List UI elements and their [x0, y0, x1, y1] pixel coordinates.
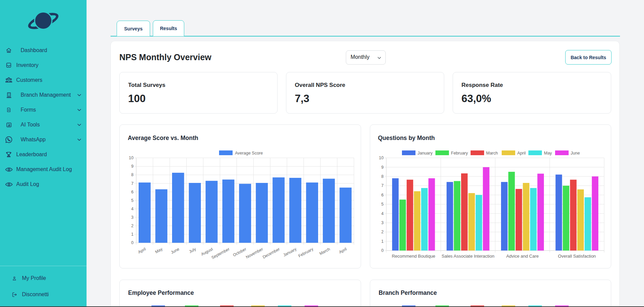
svg-text:February: February: [297, 246, 314, 258]
svg-text:Overall Satisfaction: Overall Satisfaction: [558, 254, 596, 259]
svg-text:6: 6: [381, 193, 384, 197]
svg-text:8: 8: [131, 172, 134, 177]
svg-text:March: March: [319, 246, 331, 256]
svg-text:Sales Associate Interaction: Sales Associate Interaction: [442, 254, 494, 259]
svg-text:8: 8: [381, 174, 384, 179]
svg-text:4: 4: [381, 211, 384, 216]
svg-text:0: 0: [131, 240, 134, 245]
svg-text:November: November: [245, 246, 264, 259]
svg-text:Questions by Month: Questions by Month: [378, 135, 435, 141]
svg-text:2: 2: [381, 230, 384, 234]
svg-text:6: 6: [131, 190, 134, 194]
svg-text:3: 3: [381, 220, 384, 225]
svg-text:0: 0: [381, 248, 384, 253]
svg-text:September: September: [211, 246, 230, 260]
svg-text:May: May: [544, 151, 552, 156]
svg-text:2: 2: [131, 223, 134, 228]
svg-text:February: February: [451, 151, 468, 156]
svg-text:March: March: [486, 151, 498, 156]
svg-text:5: 5: [131, 198, 134, 203]
svg-text:7: 7: [381, 183, 384, 188]
svg-text:January: January: [282, 246, 297, 257]
svg-text:January: January: [418, 151, 433, 156]
svg-text:April: April: [338, 246, 348, 255]
svg-text:May: May: [154, 246, 164, 254]
svg-text:Average Score: Average Score: [235, 151, 263, 156]
svg-text:3: 3: [131, 215, 134, 220]
svg-text:1: 1: [131, 232, 134, 237]
svg-text:July: July: [188, 246, 197, 254]
svg-text:Advice and Care: Advice and Care: [506, 254, 539, 259]
svg-text:June: June: [170, 246, 180, 255]
svg-text:Recommend Boutique: Recommend Boutique: [392, 254, 435, 259]
svg-text:7: 7: [131, 181, 134, 186]
svg-text:1: 1: [381, 239, 384, 244]
svg-text:June: June: [571, 151, 580, 156]
svg-text:December: December: [262, 246, 281, 259]
svg-text:October: October: [232, 246, 247, 257]
svg-text:April: April: [137, 246, 147, 255]
svg-text:10: 10: [379, 156, 384, 160]
svg-text:9: 9: [131, 164, 134, 169]
svg-text:April: April: [517, 151, 526, 156]
svg-text:5: 5: [381, 202, 384, 207]
svg-text:4: 4: [131, 207, 134, 211]
svg-text:10: 10: [129, 156, 134, 160]
svg-text:9: 9: [381, 165, 384, 170]
svg-text:Average Score vs. Month: Average Score vs. Month: [128, 135, 198, 141]
